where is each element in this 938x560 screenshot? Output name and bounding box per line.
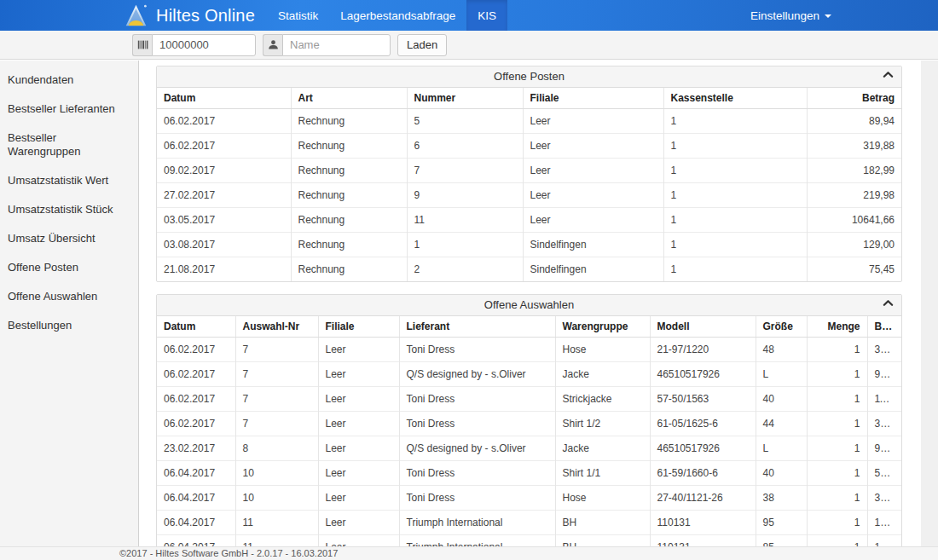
table-row[interactable]: 09.02.2017Rechnung7Leer1182,99 (157, 159, 901, 183)
top-navbar: Hiltes Online Statistik Lagerbestandsabf… (0, 0, 938, 31)
table-cell: 1 (807, 535, 867, 547)
table-cell: 21-97/1220 (650, 338, 756, 362)
brand[interactable]: Hiltes Online (124, 0, 255, 31)
table-cell: 1 (807, 511, 867, 535)
sidebar-item[interactable]: Umsatzstatistik Wert (0, 166, 138, 195)
collapse-button[interactable] (883, 299, 894, 307)
table-row[interactable]: 21.08.2017Rechnung2Sindelfingen175,45 (157, 257, 901, 282)
sidebar-item[interactable]: Bestellungen (0, 311, 138, 340)
sidebar-item[interactable]: Umsatz Übersicht (0, 224, 138, 253)
sidebar-item[interactable]: Bestseller Warengruppen (0, 124, 138, 166)
table-cell: Rechnung (291, 134, 407, 159)
table-cell: 11 (407, 208, 523, 233)
collapse-button[interactable] (883, 71, 894, 78)
table-cell: Leer (523, 208, 663, 233)
table-cell: Triumph International (399, 511, 555, 535)
settings-dropdown[interactable]: Einstellungen (750, 0, 831, 31)
table-cell: 1 (663, 208, 807, 233)
table-cell: 06.02.2017 (157, 109, 291, 134)
table-cell: 110131 (650, 511, 756, 535)
panel-offene-posten: Offene Posten DatumArtNummerFilialeKasse… (156, 66, 902, 282)
table-cell: 21.08.2017 (157, 257, 291, 282)
sidebar-item[interactable]: Offene Auswahlen (0, 282, 138, 311)
panel-offene-auswahlen: Offene Auswahlen DatumAuswahl-NrFilialeL… (156, 294, 902, 546)
table-cell: 06.04.2017 (157, 511, 235, 535)
table-row[interactable]: 06.02.2017Rechnung5Leer189,94 (157, 109, 901, 134)
table-cell: 1 (807, 387, 867, 412)
table-cell: 57-50/1563 (650, 387, 756, 412)
table-cell: Leer (318, 436, 399, 461)
table-cell: 14,95 (867, 511, 901, 535)
sidebar-item[interactable]: Bestseller Lieferanten (0, 95, 138, 124)
customer-number-input[interactable] (152, 34, 256, 56)
collapse-chevron-icon (883, 299, 894, 307)
table-cell: 44 (756, 412, 807, 436)
table-row[interactable]: 03.08.2017Rechnung1Sindelfingen1129,00 (157, 233, 901, 257)
table-row[interactable]: 06.04.201710LeerToni DressHose27-40/1121… (157, 486, 901, 511)
table-cell: 1 (407, 233, 523, 257)
scrollbar-track[interactable] (921, 61, 938, 546)
table-row[interactable]: 06.04.201711LeerTriumph InternationalBH1… (157, 511, 901, 535)
table-cell: 39,99 (867, 338, 901, 362)
table-cell: 11 (235, 511, 318, 535)
panel-title: Offene Posten (494, 70, 565, 83)
table-cell: 61-05/1625-6 (650, 412, 756, 436)
table-cell: 95 (756, 511, 807, 535)
person-icon (268, 39, 279, 50)
body-row: KundendatenBestseller LieferantenBestsel… (0, 61, 938, 546)
load-button[interactable]: Laden (397, 34, 447, 56)
table-row[interactable]: 03.05.2017Rechnung11Leer110641,66 (157, 208, 901, 233)
table-cell: 06.02.2017 (157, 338, 235, 362)
table-cell: Triumph International (399, 535, 555, 547)
column-header: Betrag (867, 316, 901, 338)
table-cell: 1 (663, 257, 807, 282)
table-cell: Sindelfingen (523, 257, 663, 282)
table-row[interactable]: 27.02.2017Rechnung9Leer1219,98 (157, 183, 901, 208)
nav-item-statistik[interactable]: Statistik (267, 0, 329, 31)
table-cell: 27-40/1121-26 (650, 486, 756, 511)
table-cell: Q/S designed by - s.Oliver (399, 362, 555, 387)
table-cell: Rechnung (291, 233, 407, 257)
sidebar-item[interactable]: Umsatzstatistik Stück (0, 195, 138, 224)
table-cell: 1 (807, 486, 867, 511)
column-header: Kassenstelle (663, 88, 807, 109)
table-cell: 40 (756, 461, 807, 486)
table-cell: 10 (235, 461, 318, 486)
panel-title: Offene Auswahlen (484, 298, 574, 311)
table-cell: Leer (318, 486, 399, 511)
table-cell: 39,95 (867, 412, 901, 436)
table-cell: BH (555, 511, 650, 535)
table-row[interactable]: 06.02.20177LeerToni DressStrickjacke57-5… (157, 387, 901, 412)
table-cell: 40 (756, 387, 807, 412)
table-cell: 03.05.2017 (157, 208, 291, 233)
column-header: Filiale (318, 316, 399, 338)
table-row[interactable]: 06.02.20177LeerToni DressHose21-97/12204… (157, 338, 901, 362)
table-cell: Strickjacke (555, 387, 650, 412)
table-row[interactable]: 06.04.201711LeerTriumph InternationalBH1… (157, 535, 901, 547)
table-row[interactable]: 06.02.20177LeerToni DressShirt 1/261-05/… (157, 412, 901, 436)
table-row[interactable]: 06.04.201710LeerToni DressShirt 1/161-59… (157, 461, 901, 486)
table-cell: 319,88 (807, 134, 901, 159)
nav-item-kis[interactable]: KIS (466, 0, 507, 31)
table-cell: 06.04.2017 (157, 486, 235, 511)
table-cell: 1 (663, 134, 807, 159)
sidebar-item[interactable]: Offene Posten (0, 253, 138, 282)
table-row[interactable]: 23.02.20178LeerQ/S designed by - s.Olive… (157, 436, 901, 461)
nav-item-lagerbestandsabfrage[interactable]: Lagerbestandsabfrage (329, 0, 466, 31)
table-cell: 1 (663, 183, 807, 208)
table-cell: 7 (235, 338, 318, 362)
column-header: Menge (807, 316, 867, 338)
table-cell: 1 (807, 461, 867, 486)
table-row[interactable]: 06.02.20177LeerQ/S designed by - s.Olive… (157, 362, 901, 387)
table-cell: Rechnung (291, 159, 407, 183)
table-cell: BH (555, 535, 650, 547)
customer-name-input[interactable] (282, 34, 391, 56)
table-cell: Leer (523, 109, 663, 134)
column-header: Datum (157, 316, 235, 338)
table-cell: Leer (318, 387, 399, 412)
table-cell: L (756, 362, 807, 387)
footer-text: ©2017 - Hiltes Software GmbH - 2.0.17 - … (119, 548, 338, 558)
table-row[interactable]: 06.02.2017Rechnung6Leer1319,88 (157, 134, 901, 159)
sidebar-item[interactable]: Kundendaten (0, 66, 138, 95)
column-header: Modell (650, 316, 756, 338)
